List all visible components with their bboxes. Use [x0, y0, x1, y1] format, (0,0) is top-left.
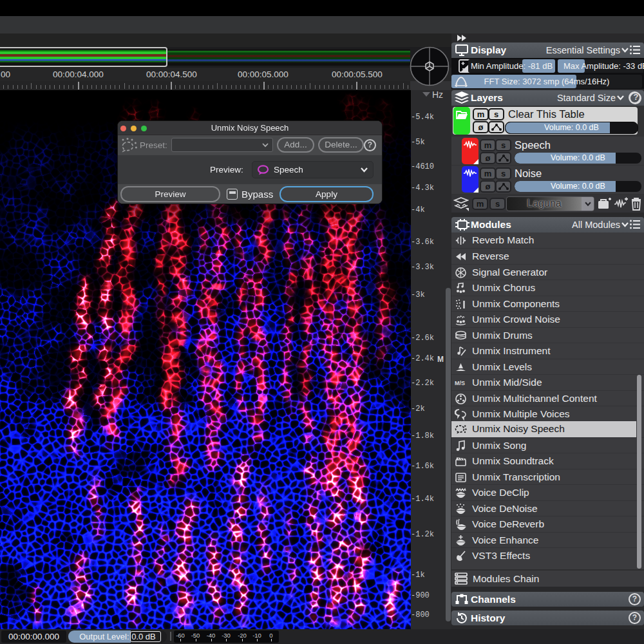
- svg-text:M/S: M/S: [455, 380, 465, 386]
